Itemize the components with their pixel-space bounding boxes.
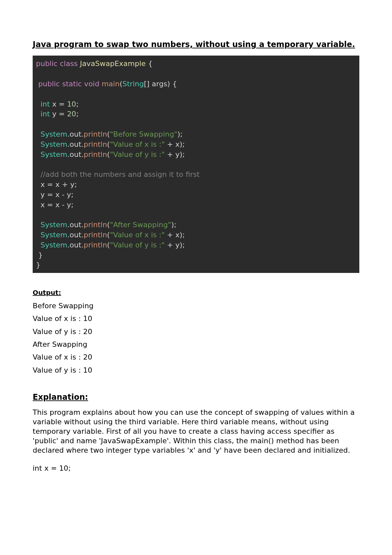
code-token: out	[70, 150, 81, 159]
code-token: out	[70, 140, 81, 148]
code-token: (	[120, 80, 122, 88]
code-token: );	[180, 231, 185, 239]
code-token: + y	[165, 241, 179, 249]
code-token: }	[36, 251, 43, 259]
code-token: main	[102, 80, 120, 88]
code-token: println	[84, 221, 107, 229]
code-token: "Value of y is :"	[110, 150, 165, 159]
code-token: System	[41, 241, 67, 249]
output-line: Value of x is : 20	[33, 353, 359, 361]
code-token: y = x - y;	[41, 191, 74, 199]
code-token: );	[180, 140, 185, 148]
code-token: );	[180, 150, 185, 159]
output-line: Before Swapping	[33, 302, 359, 310]
code-token: "Value of x is :"	[110, 140, 165, 148]
page-title: Java program to swap two numbers, withou…	[33, 39, 359, 50]
output-heading: Output:	[33, 289, 359, 296]
code-token: );	[171, 221, 176, 229]
output-line: Value of x is : 10	[33, 314, 359, 323]
output-line: Value of y is : 10	[33, 366, 359, 374]
code-token: void	[84, 80, 100, 88]
code-token: println	[84, 150, 107, 159]
code-token: class	[60, 59, 78, 68]
code-token: .	[67, 241, 70, 249]
document-page: Java program to swap two numbers, withou…	[0, 0, 392, 555]
code-token: );	[177, 130, 183, 138]
code-token: int	[41, 100, 50, 108]
explanation-text: This program explains about how you can …	[33, 408, 359, 455]
code-token: JavaSwapExample	[80, 59, 146, 68]
code-token: "Value of y is :"	[110, 241, 165, 249]
output-line: Value of y is : 20	[33, 328, 359, 336]
code-token: "Before Swapping"	[110, 130, 177, 138]
code-token: int	[41, 110, 50, 118]
code-token: out	[70, 231, 81, 239]
code-token: );	[180, 241, 185, 249]
code-token: }	[36, 261, 41, 269]
code-token: public	[38, 80, 60, 88]
code-token: out	[70, 241, 81, 249]
code-token: x = x - y;	[41, 201, 74, 209]
code-token: out	[70, 221, 81, 229]
code-token: System	[41, 231, 67, 239]
code-token: + x	[165, 140, 179, 148]
code-token: x = x + y;	[41, 180, 77, 189]
code-token: ;	[76, 100, 78, 108]
code-token: .	[67, 140, 70, 148]
code-token: .	[67, 150, 70, 159]
code-token: .	[67, 231, 70, 239]
code-token: "After Swapping"	[110, 221, 171, 229]
code-token: "Value of x is :"	[110, 231, 165, 239]
code-token: println	[84, 130, 107, 138]
code-token: 20	[67, 110, 76, 118]
code-token: + x	[165, 231, 179, 239]
code-token: y =	[50, 110, 67, 118]
code-block: public class JavaSwapExample { public st…	[33, 56, 359, 273]
code-token: System	[41, 150, 67, 159]
explanation-heading: Explanation:	[33, 393, 359, 402]
code-token: [] args) {	[144, 80, 177, 88]
code-token: ;	[76, 110, 78, 118]
code-token: System	[41, 221, 67, 229]
code-token: String	[122, 80, 144, 88]
explanation-snippet: int x = 10;	[33, 463, 359, 473]
output-line: After Swapping	[33, 340, 359, 348]
code-token: out	[70, 130, 81, 138]
code-token: .	[67, 130, 70, 138]
code-token: x =	[50, 100, 67, 108]
code-token: .	[67, 221, 70, 229]
code-token: println	[84, 140, 107, 148]
code-token: println	[84, 241, 107, 249]
code-token: System	[41, 130, 67, 138]
code-token: public	[36, 59, 57, 68]
code-token: println	[84, 231, 107, 239]
code-token: {	[146, 59, 153, 68]
code-token: static	[62, 80, 82, 88]
code-token: + y	[165, 150, 179, 159]
code-comment: //add both the numbers and assign it to …	[41, 170, 200, 178]
code-token: 10	[67, 100, 76, 108]
code-token: System	[41, 140, 67, 148]
